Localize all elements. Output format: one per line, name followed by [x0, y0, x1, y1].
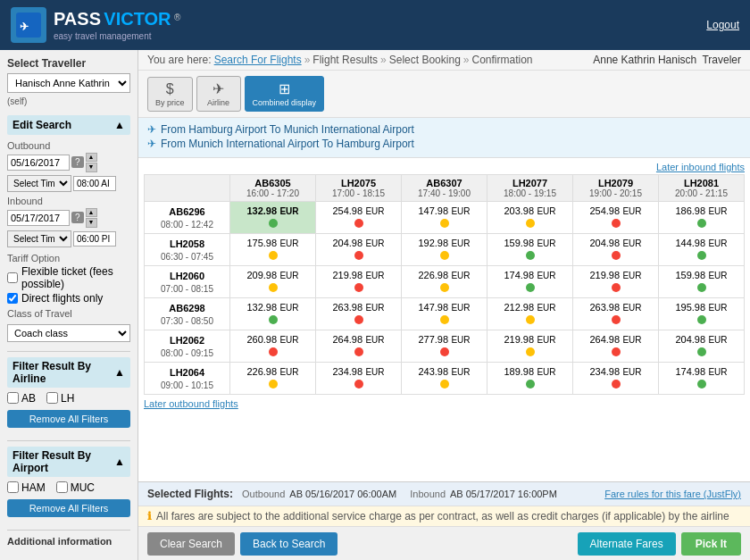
outbound-time-select[interactable]: Select Time — [7, 175, 71, 192]
row-3-num: AB6298 — [169, 303, 204, 313]
price-cell-3-3[interactable]: 212.98 EUR — [488, 298, 573, 330]
price-cell-0-4[interactable]: 254.98 EUR — [573, 202, 659, 234]
price-cell-1-5[interactable]: 144.98 EUR — [659, 234, 745, 266]
filter-airport-section: Filter Result By Airport ▲ HAM MUC Remov… — [7, 440, 130, 522]
flexible-ticket-checkbox[interactable] — [7, 272, 18, 283]
outbound-up-button[interactable]: ▲ — [86, 153, 97, 162]
price-cell-3-1[interactable]: 263.98 EUR — [316, 298, 402, 330]
airline-lh-check[interactable]: LH — [46, 392, 74, 405]
price-cell-1-4[interactable]: 204.98 EUR — [573, 234, 659, 266]
class-select[interactable]: Coach class — [7, 324, 130, 342]
dot-0-1 — [354, 219, 363, 228]
price-cell-2-0[interactable]: 209.98 EUR — [230, 266, 316, 298]
outbound-info-group: Outbound AB 05/16/2017 06:00AM — [242, 489, 396, 499]
combined-display-button[interactable]: ⊞ Combined display — [245, 76, 325, 112]
price-cell-0-2[interactable]: 147.98 EUR — [402, 202, 488, 234]
outbound-date-input[interactable] — [7, 155, 70, 171]
alternate-fares-button[interactable]: Alternate Fares — [578, 532, 676, 556]
outbound-time-value[interactable] — [73, 176, 116, 191]
inbound-date-input[interactable] — [7, 210, 70, 226]
price-cell-0-3[interactable]: 203.98 EUR — [488, 202, 573, 234]
pick-it-button[interactable]: Pick It — [681, 532, 741, 556]
price-cell-3-0[interactable]: 132.98 EUR — [230, 298, 316, 330]
airline-ab-checkbox[interactable] — [7, 392, 19, 404]
later-inbound-link[interactable]: Later inbound flights — [144, 162, 745, 172]
airport-muc-checkbox[interactable] — [56, 481, 68, 493]
airport-ham-checkbox[interactable] — [7, 481, 19, 493]
price-cell-4-5[interactable]: 204.98 EUR — [659, 330, 745, 363]
price-cell-0-1[interactable]: 254.98 EUR — [316, 202, 402, 234]
back-to-search-button[interactable]: Back to Search — [240, 532, 338, 556]
price-cell-1-3[interactable]: 159.98 EUR — [488, 234, 573, 266]
remove-airline-filters-button[interactable]: Remove All Filters — [7, 410, 130, 428]
later-outbound-link[interactable]: Later outbound flights — [144, 398, 745, 409]
tagline: easy travel management — [54, 31, 180, 41]
col-header-0: AB6305 16:00 - 17:20 — [230, 175, 316, 202]
breadcrumb-step3: Select Booking — [389, 54, 461, 66]
inbound-up-button[interactable]: ▲ — [86, 208, 97, 217]
breadcrumb-sep1: » — [304, 54, 311, 66]
price-cell-4-1[interactable]: 264.98 EUR — [316, 330, 402, 363]
price-cell-2-1[interactable]: 219.98 EUR — [316, 266, 402, 298]
clear-search-button[interactable]: Clear Search — [147, 532, 235, 556]
airport-muc-check[interactable]: MUC — [56, 481, 95, 494]
airport-checkboxes: HAM MUC — [7, 481, 130, 494]
direct-flights-checkbox[interactable] — [7, 293, 18, 304]
price-cell-4-3[interactable]: 219.98 EUR — [488, 330, 573, 363]
airline-lh-checkbox[interactable] — [46, 392, 58, 404]
fare-rules-link[interactable]: Fare rules for this fare (JustFly) — [604, 489, 741, 499]
price-cell-2-2[interactable]: 226.98 EUR — [402, 266, 488, 298]
price-cell-2-3[interactable]: 174.98 EUR — [488, 266, 573, 298]
edit-search-header[interactable]: Edit Search ▲ — [7, 115, 130, 135]
price-cell-1-2[interactable]: 192.98 EUR — [402, 234, 488, 266]
outbound-help-button[interactable]: ? — [71, 156, 84, 168]
remove-airport-filters-button[interactable]: Remove All Filters — [7, 499, 130, 517]
price-cell-3-2[interactable]: 147.98 EUR — [402, 298, 488, 330]
dot-2-0 — [269, 283, 278, 292]
outbound-down-button[interactable]: ▼ — [86, 163, 97, 171]
filter-airport-header[interactable]: Filter Result By Airport ▲ — [7, 447, 130, 477]
price-cell-5-1[interactable]: 234.98 EUR — [316, 363, 402, 395]
inbound-down-button[interactable]: ▼ — [86, 218, 97, 227]
selected-flights-label: Selected Flights: — [147, 488, 233, 500]
row-4-num: LH2062 — [170, 335, 204, 346]
price-cell-5-3[interactable]: 189.98 EUR — [488, 363, 573, 395]
breadcrumb-step1[interactable]: Search For Flights — [214, 54, 302, 66]
price-cell-5-5[interactable]: 174.98 EUR — [659, 363, 745, 395]
price-cell-5-0[interactable]: 226.98 EUR — [230, 363, 316, 395]
airport-ham-check[interactable]: HAM — [7, 481, 46, 494]
price-cell-4-4[interactable]: 264.98 EUR — [573, 330, 659, 363]
combined-icon: ⊞ — [253, 80, 317, 97]
price-cell-0-5[interactable]: 186.98 EUR — [659, 202, 745, 234]
logout-button[interactable]: Logout — [706, 19, 739, 31]
col-1-num: LH2075 — [341, 178, 376, 188]
filter-airline-header[interactable]: Filter Result By Airline ▲ — [7, 357, 130, 388]
airline-ab-check[interactable]: AB — [7, 392, 36, 405]
inbound-time-select[interactable]: Select Time — [7, 230, 71, 247]
by-price-button[interactable]: $ By price — [147, 77, 193, 112]
price-cell-5-2[interactable]: 243.98 EUR — [402, 363, 488, 395]
price-cell-3-5[interactable]: 195.98 EUR — [659, 298, 745, 330]
price-cell-2-5[interactable]: 159.98 EUR — [659, 266, 745, 298]
breadcrumb: You are here: Search For Flights » Fligh… — [138, 50, 750, 71]
price-cell-2-4[interactable]: 219.98 EUR — [573, 266, 659, 298]
price-cell-4-2[interactable]: 277.98 EUR — [402, 330, 488, 363]
dot-5-0 — [269, 380, 278, 389]
col-2-time: 17:40 - 19:00 — [418, 188, 471, 198]
inbound-time-value[interactable] — [73, 231, 116, 247]
price-cell-4-0[interactable]: 260.98 EUR — [230, 330, 316, 363]
col-header-5: LH2081 20:00 - 21:15 — [659, 175, 745, 202]
table-row: LH206208:00 - 09:15260.98 EUR264.98 EUR2… — [145, 330, 745, 363]
price-cell-0-0[interactable]: 132.98 EUR — [230, 202, 316, 234]
price-cell-1-1[interactable]: 204.98 EUR — [316, 234, 402, 266]
price-cell-3-4[interactable]: 263.98 EUR — [573, 298, 659, 330]
right-buttons: Alternate Fares Pick It — [578, 532, 741, 556]
traveler-select[interactable]: Hanisch Anne Kathrin — [7, 73, 130, 93]
price-cell-5-4[interactable]: 234.98 EUR — [573, 363, 659, 395]
inbound-help-button[interactable]: ? — [71, 212, 84, 223]
airline-button[interactable]: ✈ Airline — [196, 76, 241, 112]
row-4-time: 08:00 - 09:15 — [161, 348, 213, 358]
row-header-3: AB629807:30 - 08:50 — [145, 298, 230, 330]
price-cell-1-0[interactable]: 175.98 EUR — [230, 234, 316, 266]
row-header-5: LH206409:00 - 10:15 — [145, 363, 230, 395]
